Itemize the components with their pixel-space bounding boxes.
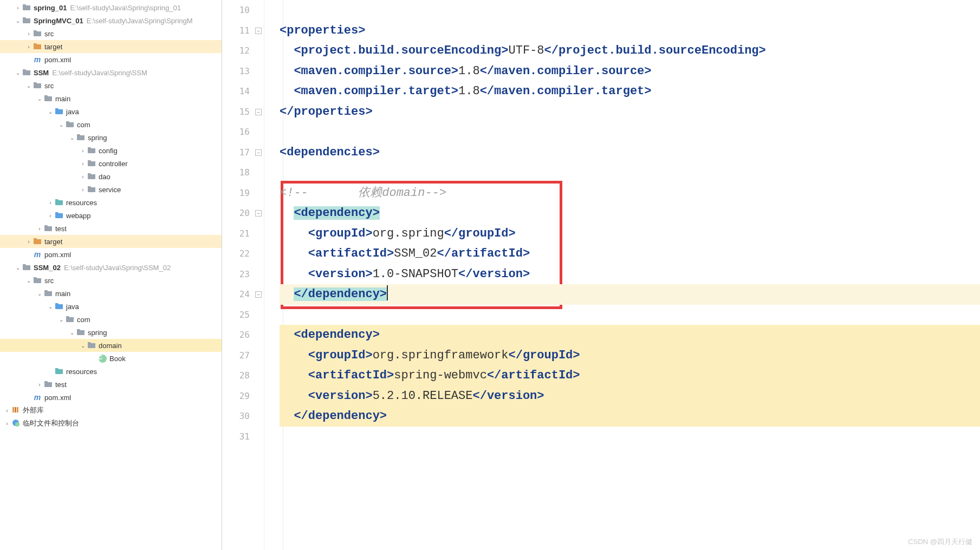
tree-item-resources[interactable]: resources — [0, 365, 222, 378]
folder-icon — [33, 42, 42, 51]
chevron-right-icon[interactable]: › — [79, 174, 87, 180]
chevron-down-icon[interactable]: ⌄ — [47, 304, 54, 310]
code-line[interactable]: <dependency> — [280, 325, 980, 345]
line-gutter: 1011121314151617181920212223242526272829… — [222, 0, 264, 550]
chevron-down-icon[interactable]: ⌄ — [47, 109, 54, 115]
code-line[interactable]: </dependency> — [280, 406, 980, 427]
code-line[interactable]: <artifactId>SSM_02</artifactId> — [280, 244, 980, 264]
tree-item-ssm[interactable]: ⌄SSME:\self-study\Java\Spring\SSM — [0, 66, 222, 79]
tree-item-ssm-02[interactable]: ⌄SSM_02E:\self-study\Java\Spring\SSM_02 — [0, 261, 222, 274]
tree-item-main[interactable]: ⌄main — [0, 92, 222, 105]
code-line[interactable]: <groupId>org.spring</groupId> — [280, 224, 980, 244]
tree-item-test[interactable]: ›test — [0, 222, 222, 235]
chevron-down-icon[interactable]: ⌄ — [25, 83, 33, 89]
folder-icon — [87, 172, 96, 181]
fold-toggle-icon[interactable]: − — [255, 210, 262, 217]
line-number: 24 — [222, 284, 250, 305]
code-line[interactable] — [280, 305, 980, 325]
chevron-down-icon[interactable]: ⌄ — [14, 18, 22, 24]
code-line[interactable]: <groupId>org.springframework</groupId> — [280, 345, 980, 366]
chevron-down-icon[interactable]: ⌄ — [36, 96, 43, 102]
code-line[interactable]: <dependencies> — [280, 142, 980, 163]
library-icon — [11, 405, 20, 416]
code-line[interactable]: <properties> — [280, 21, 980, 41]
tree-item-book[interactable]: CBook — [0, 352, 222, 365]
tree-item-src[interactable]: ⌄src — [0, 274, 222, 287]
tree-item-webapp[interactable]: ›webapp — [0, 209, 222, 222]
chevron-right-icon[interactable]: › — [3, 421, 11, 427]
code-line[interactable]: <maven.compiler.target>1.8</maven.compil… — [280, 81, 980, 102]
code-line[interactable]: </dependency> — [280, 284, 980, 305]
tree-item-spring[interactable]: ⌄spring — [0, 131, 222, 144]
code-line[interactable]: <!-- 依赖domain--> — [280, 183, 980, 204]
tree-item-pom-xml[interactable]: mpom.xml — [0, 53, 222, 66]
tree-item-java[interactable]: ⌄java — [0, 105, 222, 118]
code-line[interactable] — [280, 427, 980, 447]
tree-item-config[interactable]: ›config — [0, 144, 222, 157]
code-area[interactable]: <properties> <project.build.sourceEncodi… — [264, 0, 980, 550]
svg-rect-1 — [15, 407, 16, 413]
tree-item-resources[interactable]: ›resources — [0, 196, 222, 209]
chevron-right-icon[interactable]: › — [79, 148, 87, 154]
chevron-right-icon[interactable]: › — [36, 382, 43, 388]
tree-item-spring[interactable]: ⌄spring — [0, 326, 222, 339]
chevron-down-icon[interactable]: ⌄ — [57, 122, 65, 128]
chevron-right-icon[interactable]: › — [36, 226, 43, 232]
chevron-right-icon[interactable]: › — [47, 200, 54, 206]
chevron-right-icon[interactable]: › — [47, 213, 54, 219]
project-tree[interactable]: ›spring_01E:\self-study\Java\Spring\spri… — [0, 0, 222, 550]
tree-item-domain[interactable]: ⌄domain — [0, 339, 222, 352]
tree-item-label: webapp — [66, 212, 91, 220]
tree-item-test[interactable]: ›test — [0, 378, 222, 391]
chevron-right-icon[interactable]: › — [79, 187, 87, 193]
chevron-down-icon[interactable]: ⌄ — [79, 343, 87, 349]
code-line[interactable]: <maven.compiler.source>1.8</maven.compil… — [280, 61, 980, 82]
tree-item-com[interactable]: ⌄com — [0, 313, 222, 326]
tree-item--[interactable]: ›外部库 — [0, 404, 222, 417]
chevron-down-icon[interactable]: ⌄ — [57, 317, 65, 323]
tree-item-spring-01[interactable]: ›spring_01E:\self-study\Java\Spring\spri… — [0, 1, 222, 14]
code-line[interactable]: </properties> — [280, 102, 980, 122]
code-line[interactable]: <project.build.sourceEncoding>UTF-8</pro… — [280, 41, 980, 61]
folder-icon — [87, 146, 96, 155]
chevron-down-icon[interactable]: ⌄ — [14, 265, 22, 271]
chevron-right-icon[interactable]: › — [25, 44, 33, 50]
code-line[interactable] — [280, 0, 980, 21]
tree-item-main[interactable]: ⌄main — [0, 287, 222, 300]
tree-item-controller[interactable]: ›controller — [0, 157, 222, 170]
tree-item--[interactable]: ›临时文件和控制台 — [0, 417, 222, 430]
tree-item-target[interactable]: ›target — [0, 235, 222, 248]
fold-toggle-icon[interactable]: − — [255, 149, 262, 156]
tree-item-java[interactable]: ⌄java — [0, 300, 222, 313]
code-line[interactable] — [280, 162, 980, 183]
tree-item-com[interactable]: ⌄com — [0, 118, 222, 131]
tree-item-dao[interactable]: ›dao — [0, 170, 222, 183]
tree-item-service[interactable]: ›service — [0, 183, 222, 196]
chevron-down-icon[interactable]: ⌄ — [36, 291, 43, 297]
chevron-right-icon[interactable]: › — [3, 408, 11, 414]
tree-item-pom-xml[interactable]: mpom.xml — [0, 391, 222, 404]
chevron-down-icon[interactable]: ⌄ — [68, 330, 76, 336]
code-line[interactable]: <version>5.2.10.RELEASE</version> — [280, 386, 980, 407]
chevron-down-icon[interactable]: ⌄ — [25, 278, 33, 284]
code-line[interactable]: <version>1.0-SNAPSHOT</version> — [280, 264, 980, 285]
tree-item-src[interactable]: ›src — [0, 27, 222, 40]
code-line[interactable] — [280, 122, 980, 142]
tree-item-pom-xml[interactable]: mpom.xml — [0, 248, 222, 261]
tree-item-springmvc-01[interactable]: ⌄SpringMVC_01E:\self-study\Java\Spring\S… — [0, 14, 222, 27]
code-editor[interactable]: 1011121314151617181920212223242526272829… — [222, 0, 980, 550]
chevron-right-icon[interactable]: › — [79, 161, 87, 167]
chevron-right-icon[interactable]: › — [25, 31, 33, 37]
fold-toggle-icon[interactable]: − — [255, 28, 262, 34]
chevron-right-icon[interactable]: › — [25, 239, 33, 245]
tree-item-target[interactable]: ›target — [0, 40, 222, 53]
chevron-right-icon[interactable]: › — [14, 5, 22, 11]
code-line[interactable]: <artifactId>spring-webmvc</artifactId> — [280, 365, 980, 386]
tree-item-label: spring — [88, 134, 107, 142]
tree-item-src[interactable]: ⌄src — [0, 79, 222, 92]
code-line[interactable]: <dependency> — [280, 203, 980, 224]
fold-toggle-icon[interactable]: − — [255, 291, 262, 298]
chevron-down-icon[interactable]: ⌄ — [68, 135, 76, 141]
fold-toggle-icon[interactable]: − — [255, 109, 262, 115]
chevron-down-icon[interactable]: ⌄ — [14, 70, 22, 76]
